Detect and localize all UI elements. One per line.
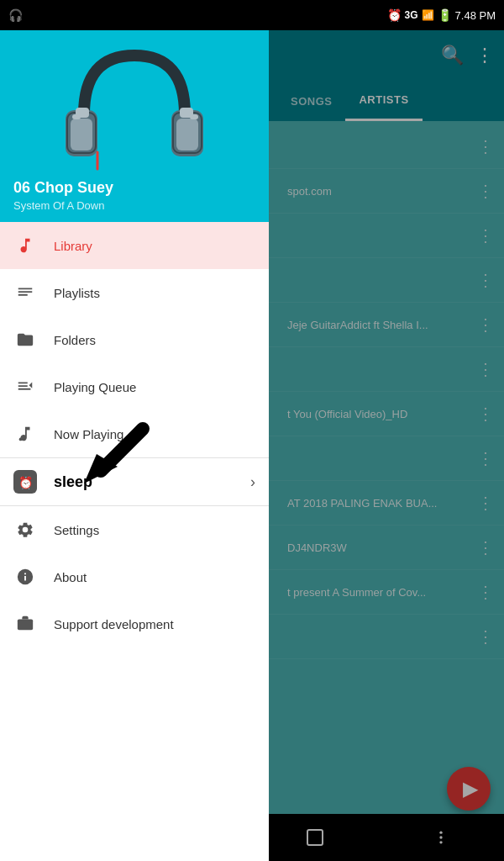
notification-icon: 🎧 [8,8,23,22]
time-display: 7.48 PM [455,9,496,22]
now-playing-icon [13,422,37,446]
network-type: 3G [405,9,418,21]
sidebar-item-label: Support development [54,617,255,631]
sidebar-item-label: About [54,570,255,584]
status-right: ⏰ 3G 📶 🔋 7.48 PM [387,8,496,22]
drawer-song-artist: System Of A Down [13,199,255,212]
sidebar-item-settings[interactable]: Settings [0,506,269,553]
queue-icon [13,375,37,399]
sidebar-item-sleep[interactable]: ⏰ sleep › [0,457,269,506]
library-icon [13,234,37,257]
sidebar-item-label: Playlists [54,286,255,300]
svg-rect-9 [180,108,193,118]
sidebar-item-playlists[interactable]: Playlists [0,269,269,316]
support-icon [13,612,37,636]
folder-icon [13,328,37,351]
status-left: 🎧 [8,8,23,22]
drawer-song-title: 06 Chop Suey [13,179,255,198]
sidebar-item-label: Settings [54,523,255,537]
svg-rect-1 [71,119,92,151]
navigation-drawer: 06 Chop Suey System Of A Down Library Pl… [0,30,269,861]
svg-rect-5 [176,119,198,151]
sidebar-item-label: sleep [54,473,250,491]
sidebar-item-label: Playing Queue [54,380,255,394]
sidebar-item-library[interactable]: Library [0,222,269,269]
settings-icon [13,518,37,541]
svg-rect-13 [18,620,33,631]
headphones-illustration [59,39,210,173]
sidebar-item-now-playing[interactable]: Now Playing [0,410,269,457]
drawer-header: 06 Chop Suey System Of A Down [0,30,269,222]
battery-icon: 🔋 [438,8,452,22]
alarm-icon: ⏰ [387,8,402,22]
sleep-icon: ⏰ [13,470,37,494]
signal-bars-icon: 📶 [422,9,434,21]
sidebar-item-label: Now Playing [54,427,255,441]
drawer-scrim[interactable] [269,30,504,861]
playlists-icon [13,281,37,304]
sidebar-item-support[interactable]: Support development [0,600,269,647]
sidebar-item-label: Library [54,239,255,253]
drawer-menu: Library Playlists Folders Playing Queue [0,222,269,861]
chevron-right-icon: › [250,473,255,491]
sidebar-item-playing-queue[interactable]: Playing Queue [0,363,269,410]
svg-rect-8 [76,108,89,118]
sidebar-item-label: Folders [54,333,255,347]
info-icon [13,565,37,589]
sidebar-item-folders[interactable]: Folders [0,316,269,363]
svg-text:⏰: ⏰ [18,476,34,490]
status-bar: 🎧 ⏰ 3G 📶 🔋 7.48 PM [0,0,504,30]
sidebar-item-about[interactable]: About [0,553,269,600]
